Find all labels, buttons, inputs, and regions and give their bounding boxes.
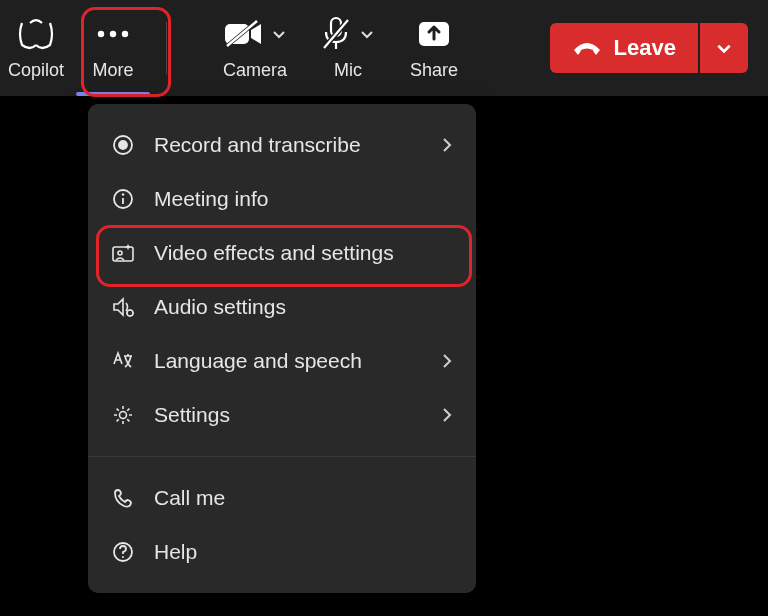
svg-point-17 — [118, 251, 122, 255]
leave-button[interactable]: Leave — [550, 23, 698, 73]
svg-point-19 — [120, 412, 127, 419]
share-icon — [417, 16, 451, 52]
mic-off-icon — [321, 16, 351, 52]
camera-chevron-icon[interactable] — [271, 26, 287, 42]
more-active-underline — [76, 92, 150, 96]
menu-settings[interactable]: Settings — [88, 388, 476, 442]
menu-audio-settings-label: Audio settings — [154, 295, 286, 319]
camera-label: Camera — [223, 60, 287, 81]
svg-point-21 — [122, 556, 124, 558]
svg-rect-3 — [225, 24, 249, 44]
hangup-icon — [572, 38, 602, 58]
gear-icon — [110, 404, 136, 426]
more-label: More — [92, 60, 133, 81]
menu-audio-settings[interactable]: Audio settings — [88, 280, 476, 334]
chevron-right-icon — [440, 136, 454, 154]
menu-record-transcribe[interactable]: Record and transcribe — [88, 118, 476, 172]
more-menu: Record and transcribe Meeting info Video… — [88, 104, 476, 593]
menu-record-label: Record and transcribe — [154, 133, 361, 157]
menu-video-effects-label: Video effects and settings — [154, 241, 394, 265]
leave-group: Leave — [550, 23, 748, 73]
menu-separator — [88, 456, 476, 457]
menu-language-label: Language and speech — [154, 349, 362, 373]
meeting-toolbar: Copilot More Camera — [0, 0, 768, 96]
more-button[interactable]: More — [72, 0, 154, 96]
chevron-right-icon — [440, 406, 454, 424]
svg-point-15 — [122, 193, 124, 195]
toolbar-divider — [166, 22, 167, 74]
audio-settings-icon — [110, 296, 136, 318]
menu-meeting-info[interactable]: Meeting info — [88, 172, 476, 226]
leave-label: Leave — [614, 35, 676, 61]
svg-point-0 — [98, 30, 104, 36]
svg-point-2 — [122, 30, 128, 36]
menu-help-label: Help — [154, 540, 197, 564]
menu-video-effects[interactable]: Video effects and settings — [88, 226, 476, 280]
menu-language-speech[interactable]: Language and speech — [88, 334, 476, 388]
camera-button[interactable]: Camera — [205, 0, 305, 96]
share-label: Share — [410, 60, 458, 81]
menu-call-me-label: Call me — [154, 486, 225, 510]
mic-button[interactable]: Mic — [305, 0, 391, 96]
camera-off-icon — [223, 16, 263, 52]
mic-label: Mic — [334, 60, 362, 81]
video-effects-icon — [110, 243, 136, 263]
copilot-label: Copilot — [8, 60, 64, 81]
svg-point-12 — [119, 141, 127, 149]
svg-point-18 — [127, 310, 133, 316]
share-button[interactable]: Share — [391, 0, 477, 96]
record-icon — [110, 134, 136, 156]
menu-meeting-info-label: Meeting info — [154, 187, 268, 211]
copilot-icon — [16, 16, 56, 52]
help-icon — [110, 541, 136, 563]
svg-point-1 — [110, 30, 116, 36]
info-icon — [110, 188, 136, 210]
leave-options-button[interactable] — [700, 23, 748, 73]
menu-settings-label: Settings — [154, 403, 230, 427]
menu-call-me[interactable]: Call me — [88, 471, 476, 525]
copilot-button[interactable]: Copilot — [0, 0, 72, 96]
phone-icon — [110, 487, 136, 509]
language-icon — [110, 350, 136, 372]
mic-chevron-icon[interactable] — [359, 26, 375, 42]
chevron-right-icon — [440, 352, 454, 370]
menu-help[interactable]: Help — [88, 525, 476, 579]
ellipsis-icon — [95, 16, 131, 52]
